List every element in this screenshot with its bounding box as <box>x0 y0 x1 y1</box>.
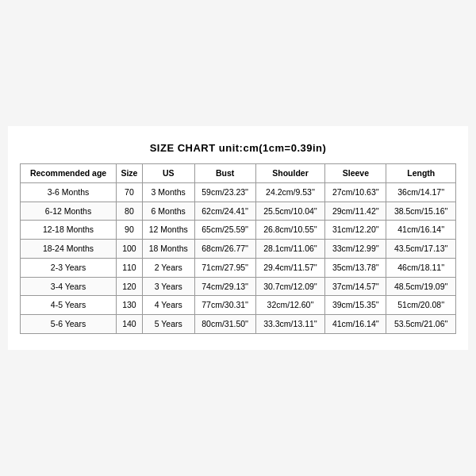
table-cell: 68cm/26.77'' <box>194 240 255 259</box>
table-row: 12-18 Months9012 Months65cm/25.59''26.8c… <box>21 221 456 240</box>
table-header-row: Recommended ageSizeUSBustShoulderSleeveL… <box>21 164 456 183</box>
table-cell: 38.5cm/15.16'' <box>386 202 456 221</box>
column-header: Length <box>386 164 456 183</box>
table-cell: 43.5cm/17.13'' <box>386 240 456 259</box>
table-cell: 6-12 Months <box>21 202 117 221</box>
column-header: Recommended age <box>21 164 117 183</box>
table-cell: 100 <box>117 240 143 259</box>
table-cell: 59cm/23.23'' <box>194 183 255 202</box>
table-cell: 53.5cm/21.06'' <box>386 314 456 333</box>
table-cell: 4 Years <box>142 296 194 315</box>
table-cell: 30.7cm/12.09'' <box>255 277 324 296</box>
column-header: Shoulder <box>255 164 324 183</box>
table-cell: 140 <box>117 314 143 333</box>
table-cell: 12 Months <box>142 221 194 240</box>
table-row: 2-3 Years1102 Years71cm/27.95''29.4cm/11… <box>21 258 456 277</box>
size-table: Recommended ageSizeUSBustShoulderSleeveL… <box>20 163 456 333</box>
table-cell: 3 Months <box>142 183 194 202</box>
table-cell: 46cm/18.11'' <box>386 258 456 277</box>
table-row: 5-6 Years1405 Years80cm/31.50''33.3cm/13… <box>21 314 456 333</box>
table-cell: 12-18 Months <box>21 221 117 240</box>
table-row: 3-4 Years1203 Years74cm/29.13''30.7cm/12… <box>21 277 456 296</box>
table-cell: 33.3cm/13.11'' <box>255 314 324 333</box>
table-cell: 26.8cm/10.55'' <box>255 221 324 240</box>
table-cell: 51cm/20.08'' <box>386 296 456 315</box>
column-header: US <box>142 164 194 183</box>
table-cell: 3-6 Months <box>21 183 117 202</box>
table-cell: 5-6 Years <box>21 314 117 333</box>
table-cell: 32cm/12.60'' <box>255 296 324 315</box>
table-cell: 27cm/10.63'' <box>325 183 386 202</box>
table-cell: 25.5cm/10.04'' <box>255 202 324 221</box>
chart-title: SIZE CHART unit:cm(1cm=0.39in) <box>20 142 456 154</box>
table-cell: 41cm/16.14'' <box>325 314 386 333</box>
table-cell: 29cm/11.42'' <box>325 202 386 221</box>
table-row: 4-5 Years1304 Years77cm/30.31''32cm/12.6… <box>21 296 456 315</box>
table-cell: 130 <box>117 296 143 315</box>
table-cell: 3 Years <box>142 277 194 296</box>
column-header: Size <box>117 164 143 183</box>
table-cell: 3-4 Years <box>21 277 117 296</box>
table-cell: 110 <box>117 258 143 277</box>
table-cell: 28.1cm/11.06'' <box>255 240 324 259</box>
table-cell: 18 Months <box>142 240 194 259</box>
table-cell: 48.5cm/19.09'' <box>386 277 456 296</box>
table-cell: 77cm/30.31'' <box>194 296 255 315</box>
table-cell: 70 <box>117 183 143 202</box>
table-cell: 5 Years <box>142 314 194 333</box>
table-cell: 31cm/12.20'' <box>325 221 386 240</box>
table-cell: 2-3 Years <box>21 258 117 277</box>
table-cell: 74cm/29.13'' <box>194 277 255 296</box>
table-row: 3-6 Months703 Months59cm/23.23''24.2cm/9… <box>21 183 456 202</box>
table-cell: 36cm/14.17'' <box>386 183 456 202</box>
column-header: Sleeve <box>325 164 386 183</box>
table-cell: 71cm/27.95'' <box>194 258 255 277</box>
table-cell: 41cm/16.14'' <box>386 221 456 240</box>
table-cell: 24.2cm/9.53'' <box>255 183 324 202</box>
table-cell: 37cm/14.57'' <box>325 277 386 296</box>
table-cell: 33cm/12.99'' <box>325 240 386 259</box>
column-header: Bust <box>194 164 255 183</box>
table-cell: 80cm/31.50'' <box>194 314 255 333</box>
table-cell: 2 Years <box>142 258 194 277</box>
table-cell: 80 <box>117 202 143 221</box>
table-cell: 120 <box>117 277 143 296</box>
table-cell: 29.4cm/11.57'' <box>255 258 324 277</box>
table-cell: 90 <box>117 221 143 240</box>
table-row: 6-12 Months806 Months62cm/24.41''25.5cm/… <box>21 202 456 221</box>
table-cell: 6 Months <box>142 202 194 221</box>
table-cell: 65cm/25.59'' <box>194 221 255 240</box>
table-cell: 62cm/24.41'' <box>194 202 255 221</box>
table-cell: 18-24 Months <box>21 240 117 259</box>
table-cell: 4-5 Years <box>21 296 117 315</box>
table-row: 18-24 Months10018 Months68cm/26.77''28.1… <box>21 240 456 259</box>
size-chart-container: SIZE CHART unit:cm(1cm=0.39in) Recommend… <box>8 126 468 349</box>
table-cell: 39cm/15.35'' <box>325 296 386 315</box>
table-cell: 35cm/13.78'' <box>325 258 386 277</box>
